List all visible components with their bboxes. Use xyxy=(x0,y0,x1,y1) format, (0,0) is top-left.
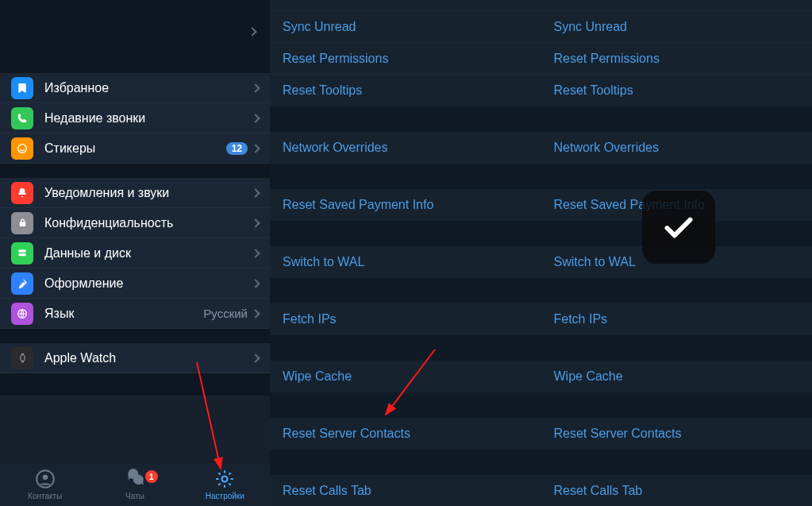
debug-network-overrides[interactable]: Network Overrides xyxy=(541,132,813,164)
sidebar-item-label: Уведомления и звуки xyxy=(44,186,252,200)
debug-fetch-ips[interactable]: Fetch IPs xyxy=(541,303,813,335)
sidebar-item-label: Недавние звонки xyxy=(44,111,252,126)
chevron-right-icon xyxy=(251,309,260,318)
watch-icon xyxy=(11,347,33,369)
sidebar-item-stickers[interactable]: Стикеры 12 xyxy=(0,133,270,164)
tab-bar: Контакты 1 Чаты Настройки xyxy=(0,462,270,506)
svg-rect-1 xyxy=(18,249,25,252)
svg-rect-6 xyxy=(21,361,23,362)
profile-section-placeholder xyxy=(0,0,270,73)
globe-icon xyxy=(11,303,33,325)
sidebar-item-apple-watch[interactable]: Apple Watch xyxy=(0,343,270,373)
sidebar-item-recent-calls[interactable]: Недавние звонки xyxy=(0,103,270,133)
debug-reset-calls-tab[interactable]: Reset Calls Tab xyxy=(270,475,541,506)
sidebar-item-label: Стикеры xyxy=(44,141,226,156)
debug-reset-tooltips[interactable]: Reset Tooltips xyxy=(270,75,541,106)
debug-reset-tooltips[interactable]: Reset Tooltips xyxy=(541,75,813,106)
tab-label: Настройки xyxy=(206,492,244,500)
chevron-right-icon xyxy=(251,83,260,92)
tab-chats[interactable]: 1 Чаты xyxy=(90,469,179,500)
svg-point-9 xyxy=(222,477,228,482)
sidebar-item-label: Конфиденциальность xyxy=(44,216,252,230)
success-toast xyxy=(642,191,715,264)
chevron-right-icon xyxy=(251,188,260,197)
svg-rect-2 xyxy=(18,253,25,256)
sidebar-item-language[interactable]: Язык Русский xyxy=(0,299,270,329)
chevron-right-icon xyxy=(249,29,259,35)
sidebar-item-privacy[interactable]: Конфиденциальность xyxy=(0,208,270,238)
sidebar-item-value: Русский xyxy=(203,307,248,320)
sidebar-item-label: Избранное xyxy=(44,81,252,95)
svg-rect-5 xyxy=(21,353,23,354)
chevron-right-icon xyxy=(251,218,260,227)
badge: 12 xyxy=(226,142,248,155)
settings-sidebar: Избранное Недавние звонки Стикеры 12 xyxy=(0,0,270,506)
tab-label: Контакты xyxy=(28,492,62,500)
chevron-right-icon xyxy=(251,144,260,153)
debug-fetch-ips[interactable]: Fetch IPs xyxy=(270,303,541,335)
sidebar-item-label: Оформление xyxy=(44,276,252,291)
debug-reset-saved-payment[interactable]: Reset Saved Payment Info xyxy=(270,189,541,221)
sticker-icon xyxy=(11,137,33,160)
debug-panel: Sync Unread Reset Permissions Reset Tool… xyxy=(270,0,812,506)
tab-label: Чаты xyxy=(125,492,144,500)
svg-point-8 xyxy=(42,475,48,481)
chat-bubbles-icon xyxy=(125,469,145,489)
debug-reset-permissions[interactable]: Reset Permissions xyxy=(270,43,541,75)
tab-settings[interactable]: Настройки xyxy=(180,469,270,500)
svg-point-0 xyxy=(18,144,27,153)
storage-icon xyxy=(11,242,33,265)
debug-column-left: Sync Unread Reset Permissions Reset Tool… xyxy=(270,0,541,506)
chevron-right-icon xyxy=(251,249,260,257)
sidebar-item-label: Данные и диск xyxy=(44,246,252,261)
chevron-right-icon xyxy=(251,353,260,362)
chevron-right-icon xyxy=(251,279,260,288)
sidebar-item-notifications[interactable]: Уведомления и звуки xyxy=(0,178,270,208)
sidebar-item-appearance[interactable]: Оформление xyxy=(0,268,270,299)
phone-icon xyxy=(11,107,33,129)
svg-rect-4 xyxy=(21,355,25,361)
brush-icon xyxy=(11,272,33,295)
bell-icon xyxy=(11,182,33,204)
sidebar-item-label: Apple Watch xyxy=(44,351,252,365)
lock-icon xyxy=(11,212,33,234)
debug-sync-unread[interactable]: Sync Unread xyxy=(541,11,813,43)
unread-badge: 1 xyxy=(145,470,158,483)
debug-network-overrides[interactable]: Network Overrides xyxy=(270,132,541,164)
debug-sync-unread[interactable]: Sync Unread xyxy=(270,11,541,43)
gear-icon xyxy=(214,469,235,489)
person-icon xyxy=(35,469,56,489)
debug-reset-permissions[interactable]: Reset Permissions xyxy=(541,43,813,75)
sidebar-item-label: Язык xyxy=(44,307,203,321)
sidebar-item-data-storage[interactable]: Данные и диск xyxy=(0,238,270,268)
chevron-right-icon xyxy=(251,114,260,122)
debug-reset-server-contacts[interactable]: Reset Server Contacts xyxy=(270,418,541,450)
checkmark-icon xyxy=(659,207,698,247)
bookmark-icon xyxy=(11,77,33,99)
sidebar-item-saved-messages[interactable]: Избранное xyxy=(0,73,270,103)
debug-switch-to-wal[interactable]: Switch to WAL xyxy=(270,246,541,278)
debug-wipe-cache[interactable]: Wipe Cache xyxy=(270,361,541,392)
debug-wipe-cache[interactable]: Wipe Cache xyxy=(541,361,813,392)
debug-reset-server-contacts[interactable]: Reset Server Contacts xyxy=(541,418,813,450)
tab-contacts[interactable]: Контакты xyxy=(0,469,90,500)
debug-reset-calls-tab[interactable]: Reset Calls Tab xyxy=(541,475,813,506)
